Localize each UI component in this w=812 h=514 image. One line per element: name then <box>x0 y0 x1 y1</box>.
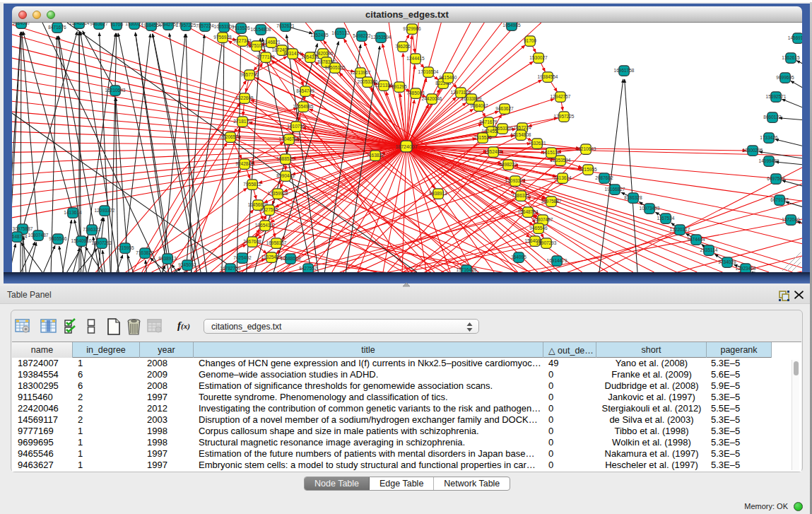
svg-text:1352485: 1352485 <box>484 149 502 154</box>
svg-text:9657791: 9657791 <box>240 72 259 77</box>
svg-text:9756928: 9756928 <box>213 35 232 40</box>
svg-text:6679197: 6679197 <box>770 197 789 202</box>
svg-text:12213967: 12213967 <box>351 70 371 75</box>
svg-text:1588520: 1588520 <box>276 156 295 161</box>
svg-text:7632621: 7632621 <box>276 23 295 28</box>
svg-text:15692571: 15692571 <box>766 94 787 99</box>
svg-text:10973493: 10973493 <box>640 206 660 211</box>
svg-text:12353594: 12353594 <box>371 35 392 40</box>
svg-text:91700: 91700 <box>110 23 123 27</box>
svg-text:746266: 746266 <box>395 44 411 49</box>
svg-text:15716485: 15716485 <box>457 267 477 272</box>
svg-text:5498222: 5498222 <box>499 162 517 167</box>
svg-text:18907293: 18907293 <box>536 240 557 245</box>
svg-text:7485003: 7485003 <box>406 90 425 95</box>
svg-text:9115460: 9115460 <box>440 75 457 80</box>
svg-text:8990443: 8990443 <box>276 173 295 178</box>
svg-text:9474444: 9474444 <box>687 237 705 242</box>
svg-text:7632621: 7632621 <box>528 141 546 146</box>
svg-text:18300295: 18300295 <box>743 148 763 153</box>
svg-text:11325419: 11325419 <box>261 255 282 259</box>
svg-text:7625402: 7625402 <box>233 255 252 260</box>
svg-text:16154808: 16154808 <box>251 27 271 32</box>
svg-text:8031414: 8031414 <box>283 51 302 56</box>
svg-text:1010755: 1010755 <box>287 124 305 129</box>
svg-text:24420046: 24420046 <box>422 96 442 101</box>
svg-text:13220317: 13220317 <box>670 227 690 232</box>
svg-text:9699695: 9699695 <box>776 75 794 80</box>
svg-text:16033809: 16033809 <box>461 96 482 101</box>
svg-text:9465546: 9465546 <box>529 226 548 230</box>
svg-text:91700: 91700 <box>524 38 536 43</box>
svg-text:7163822: 7163822 <box>366 153 384 158</box>
svg-text:10653309: 10653309 <box>493 126 513 131</box>
svg-text:9329966: 9329966 <box>403 26 421 31</box>
svg-text:2935114: 2935114 <box>700 247 718 252</box>
svg-text:7857224: 7857224 <box>513 125 531 130</box>
svg-text:30975887: 30975887 <box>13 226 33 231</box>
svg-text:8427552: 8427552 <box>299 266 317 271</box>
svg-text:16648784: 16648784 <box>12 234 28 239</box>
svg-text:8471676: 8471676 <box>48 25 66 30</box>
svg-text:1572040: 1572040 <box>782 217 800 222</box>
svg-text:17957225: 17957225 <box>176 23 196 28</box>
svg-text:1167534: 1167534 <box>657 216 675 221</box>
svg-text:10688609: 10688609 <box>281 256 301 261</box>
svg-text:2718170: 2718170 <box>233 119 252 124</box>
svg-text:164095: 164095 <box>511 255 526 259</box>
svg-text:7386322: 7386322 <box>83 227 101 232</box>
svg-text:9777169: 9777169 <box>257 54 275 59</box>
svg-text:30975887: 30975887 <box>541 199 562 204</box>
svg-text:16210643: 16210643 <box>105 88 126 93</box>
svg-text:1413614: 1413614 <box>64 210 82 215</box>
svg-text:16961758: 16961758 <box>614 68 635 73</box>
svg-text:1352485: 1352485 <box>310 33 329 37</box>
svg-text:16648784: 16648784 <box>518 209 539 214</box>
svg-text:7515526: 7515526 <box>473 135 492 140</box>
svg-text:1615132: 1615132 <box>542 150 560 155</box>
svg-text:18724007: 18724007 <box>395 144 417 149</box>
svg-text:12093372: 12093372 <box>505 178 526 183</box>
svg-text:16210643: 16210643 <box>576 146 596 151</box>
svg-text:1615132: 1615132 <box>331 30 350 35</box>
svg-text:22420046: 22420046 <box>313 51 334 56</box>
svg-text:14569117: 14569117 <box>788 35 802 40</box>
svg-text:16914479: 16914479 <box>547 258 567 263</box>
svg-text:8471676: 8471676 <box>479 119 498 124</box>
svg-text:16154808: 16154808 <box>511 132 531 137</box>
svg-text:7955812: 7955812 <box>243 182 261 187</box>
svg-text:9327505: 9327505 <box>260 207 278 212</box>
svg-text:8938913: 8938913 <box>158 256 177 261</box>
svg-text:9227343: 9227343 <box>233 38 252 43</box>
svg-text:10654112: 10654112 <box>255 223 276 228</box>
svg-text:7515526: 7515526 <box>232 25 250 30</box>
svg-text:1362615: 1362615 <box>782 55 800 60</box>
svg-text:1733426: 1733426 <box>760 135 778 140</box>
svg-text:3215955: 3215955 <box>116 245 134 250</box>
svg-text:9084067: 9084067 <box>12 23 30 25</box>
svg-text:6497568: 6497568 <box>767 176 785 181</box>
svg-text:26206576: 26206576 <box>220 134 241 139</box>
svg-text:3215955: 3215955 <box>579 167 597 172</box>
svg-text:9146821: 9146821 <box>262 40 281 45</box>
svg-text:17046786: 17046786 <box>279 136 300 141</box>
svg-text:16958107: 16958107 <box>266 240 287 245</box>
svg-text:7386322: 7386322 <box>512 193 530 198</box>
svg-text:8660123: 8660123 <box>763 115 782 119</box>
svg-text:9242848: 9242848 <box>235 161 254 166</box>
svg-text:2322605: 2322605 <box>235 95 254 100</box>
svg-text:1221336: 1221336 <box>375 83 393 88</box>
svg-text:7857224: 7857224 <box>196 23 214 28</box>
svg-text:1244415: 1244415 <box>406 56 425 61</box>
svg-text:12942757: 12942757 <box>551 94 571 99</box>
svg-text:8186328: 8186328 <box>624 195 642 200</box>
svg-text:9463627: 9463627 <box>90 23 108 26</box>
svg-text:17359928: 17359928 <box>268 191 288 196</box>
svg-text:14099489: 14099489 <box>759 158 779 163</box>
svg-text:1413614: 1413614 <box>553 175 572 180</box>
svg-text:2367608: 2367608 <box>243 239 261 244</box>
svg-text:18907293: 18907293 <box>92 240 112 245</box>
svg-text:9463627: 9463627 <box>495 106 514 111</box>
svg-text:9734028: 9734028 <box>718 259 736 264</box>
svg-text:19166827: 19166827 <box>605 187 625 192</box>
